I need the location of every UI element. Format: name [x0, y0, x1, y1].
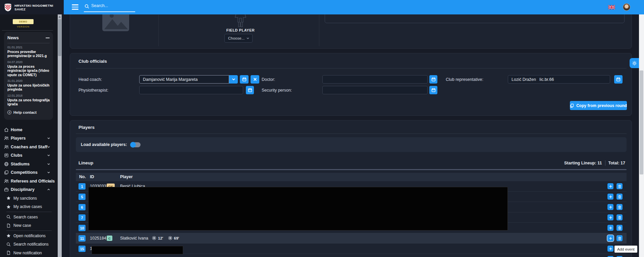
doctor-input[interactable]	[322, 75, 428, 84]
club-icon	[4, 153, 9, 158]
news-item: 12.01.2018 Uputa za unos fotografija igr…	[7, 94, 50, 106]
event-icon	[152, 236, 156, 240]
position-badge: C	[107, 236, 112, 241]
head-coach-dropdown-button[interactable]	[229, 75, 238, 84]
top-bar: HRVATSKI NOGOMETNI SAVEZ	[0, 0, 644, 14]
load-players-row: Load available players:	[76, 137, 627, 152]
news-item-date: 12.01.2018	[7, 94, 50, 97]
chevron-down-icon	[47, 162, 50, 166]
head-coach-clear-button[interactable]	[251, 75, 259, 84]
shirt-number-badge: 6	[78, 204, 86, 210]
lineup-stats: Starting Lineup: 11 Total: 17	[564, 160, 625, 166]
redacted-region	[92, 246, 183, 254]
scroll-up-arrow-icon[interactable]	[58, 15, 61, 18]
divider	[76, 68, 627, 68]
field-player-select[interactable]: Choose...	[224, 34, 253, 43]
news-item-title[interactable]: Upute za unos liječničkih pregleda	[7, 83, 50, 92]
physiotherapist-calendar-button[interactable]	[246, 86, 254, 94]
delete-player-button[interactable]	[616, 194, 623, 200]
shirt-number-badge: 11	[78, 235, 86, 242]
table-row[interactable]: 11 1025184 C Slatković Ivana 12' 69'	[76, 233, 627, 244]
news-item-title[interactable]: Uputa za unos fotografija igrača	[7, 98, 50, 106]
news-title: News	[7, 35, 19, 40]
add-event-button[interactable]	[607, 246, 613, 252]
column-no: No.	[79, 174, 86, 179]
search-input[interactable]	[91, 3, 134, 8]
doctor-calendar-button[interactable]	[429, 75, 437, 84]
divider	[6, 212, 52, 212]
panel-divider	[158, 15, 159, 46]
sidebar-subitem-new-case[interactable]: New case	[0, 221, 54, 230]
add-event-button[interactable]	[607, 225, 613, 231]
sidebar-item-clubs[interactable]: Clubs	[0, 151, 54, 160]
shirt-number-badge: 1	[78, 183, 86, 190]
sidebar-item-referees-and-officials[interactable]: Referees and Officials	[0, 177, 54, 186]
club-representative-calendar-button[interactable]	[614, 75, 623, 84]
help-contact-link[interactable]: ? Help contact	[7, 110, 50, 114]
chevron-down-icon	[47, 137, 50, 140]
head-coach-calendar-button[interactable]	[240, 75, 249, 84]
home-icon	[4, 127, 9, 132]
lineup-scrollbar[interactable]	[76, 169, 627, 170]
delete-player-button[interactable]	[616, 204, 623, 210]
starting-lineup-stat: Starting Lineup: 11	[564, 161, 602, 165]
chevron-down-icon	[246, 37, 250, 40]
add-event-button[interactable]	[607, 235, 613, 241]
sidebar-item-coaches-and-staff[interactable]: Coaches and Staff	[0, 143, 54, 151]
sidebar-scrollbar[interactable]	[58, 14, 62, 257]
sidebar-subitem-my-active-cases[interactable]: My active cases	[0, 203, 54, 211]
delete-player-button[interactable]	[616, 183, 623, 189]
sidebar-subitem-search-cases[interactable]: Search cases	[0, 213, 54, 221]
news-item-date: 01.01.2021	[7, 46, 50, 49]
sidebar-item-stadiums[interactable]: Stadiums	[0, 160, 54, 168]
users-icon	[4, 145, 9, 149]
add-event-button[interactable]	[607, 214, 613, 220]
divider	[7, 43, 50, 43]
news-item-title[interactable]: Uputa za proces registracije igrača (Vid…	[7, 64, 50, 77]
sidebar-item-players[interactable]: Players	[0, 134, 54, 143]
add-event-button[interactable]	[607, 204, 613, 210]
section-title-lineup: Lineup	[78, 160, 93, 165]
head-coach-input[interactable]	[139, 75, 229, 84]
load-players-toggle[interactable]	[130, 142, 141, 147]
divider	[76, 134, 627, 134]
stat-divider	[605, 160, 605, 166]
add-event-button[interactable]	[607, 183, 613, 189]
delete-player-button[interactable]	[616, 214, 623, 220]
user-avatar[interactable]	[623, 3, 630, 11]
app-root: FIELD PLAYER Choose... Club officials He…	[0, 0, 644, 257]
copy-from-previous-round-button[interactable]: Copy from previous round	[570, 101, 627, 110]
layers-icon	[4, 170, 9, 175]
sidebar-item-competitions[interactable]: Competitions	[0, 168, 54, 177]
settings-gear-button[interactable]	[630, 58, 639, 68]
physiotherapist-input[interactable]	[139, 86, 243, 94]
add-event-button[interactable]	[607, 194, 613, 200]
delete-player-button[interactable]	[616, 235, 623, 241]
copy-icon	[570, 104, 574, 108]
demo-version-badge: DEMO VERSION	[13, 19, 34, 24]
collapse-minus-icon[interactable]	[46, 38, 50, 38]
sidebar-subitem-my-sanctions[interactable]: My sanctions	[0, 194, 54, 203]
sidebar-subitem-search-notifications[interactable]: Search notifications	[0, 240, 54, 249]
language-flag-icon[interactable]	[608, 5, 615, 9]
sidebar-subitem-open-notifications[interactable]: Open notifications	[0, 232, 54, 240]
sidebar-item-home[interactable]: Home	[0, 125, 54, 134]
panel-divider	[319, 15, 319, 46]
match-event: 69'	[168, 236, 179, 240]
club-representative-input[interactable]	[508, 75, 610, 84]
gear-icon	[632, 60, 637, 66]
chevron-down-icon	[47, 154, 50, 157]
hamburger-menu-icon[interactable]	[72, 4, 78, 10]
news-item-title[interactable]: Proces provedbe preregistracije u 2021.g	[7, 50, 50, 58]
scrollbar-thumb[interactable]	[58, 19, 61, 56]
delete-player-button[interactable]	[616, 225, 623, 231]
scrollbar-thumb[interactable]	[640, 70, 643, 174]
question-circle-icon: ?	[7, 110, 11, 114]
page-scrollbar[interactable]	[639, 0, 644, 257]
sidebar-subitem-new-notification[interactable]: New notification	[0, 249, 54, 257]
security-person-calendar-button[interactable]	[429, 86, 437, 94]
toggle-knob	[130, 142, 136, 148]
sidebar-item-disciplinary[interactable]: Disciplinary	[0, 186, 54, 194]
security-person-input[interactable]	[322, 86, 428, 94]
add-event-tooltip: Add event	[614, 246, 637, 253]
